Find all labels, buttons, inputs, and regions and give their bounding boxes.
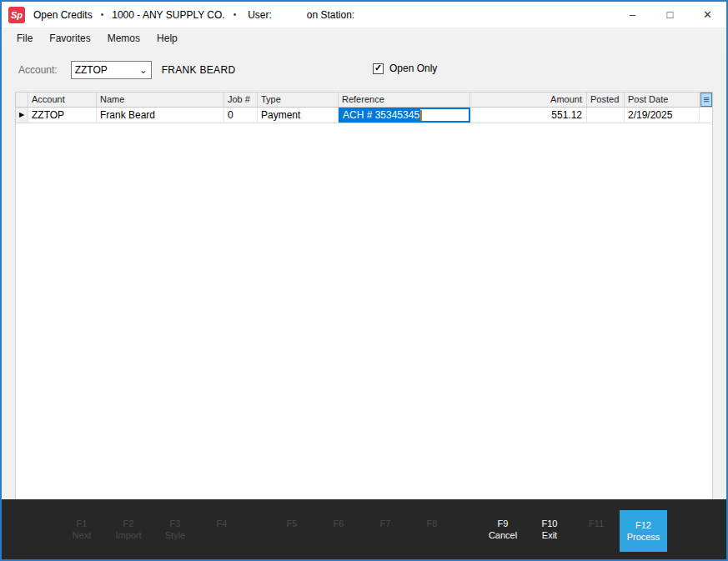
fkey-f12-process-button[interactable]: F12Process xyxy=(620,510,667,552)
cell-account[interactable]: ZZTOP xyxy=(28,108,97,123)
menu-bar: File Favorites Memos Help xyxy=(2,28,726,49)
fkey-f5: F5 xyxy=(269,518,315,529)
menu-file[interactable]: File xyxy=(8,29,41,48)
grid-header-job[interactable]: Job # xyxy=(224,93,258,107)
fkey-f1: F1Next xyxy=(58,518,105,541)
cell-reference-edit-field[interactable]: ACH # 35345345 xyxy=(339,108,470,123)
minimize-button[interactable]: – xyxy=(614,2,651,28)
grid-header-posted[interactable]: Posted xyxy=(587,93,625,107)
title-bar: Sp Open Credits • 1000 - ANY SUPPLY CO. … xyxy=(2,2,726,28)
grid-header-row: Account Name Job # Type Reference Amount… xyxy=(16,93,712,108)
window-title-company: 1000 - ANY SUPPLY CO. xyxy=(112,9,224,21)
fkey-f9-cancel[interactable]: F9Cancel xyxy=(479,518,526,541)
function-key-bar: F1Next F2Import F3Style F4 F5 F6 F7 F8 F… xyxy=(2,499,726,559)
grid-header-reference[interactable]: Reference xyxy=(339,93,470,107)
text-caret xyxy=(420,110,422,121)
menu-favorites[interactable]: Favorites xyxy=(41,29,98,48)
cell-posted[interactable] xyxy=(587,108,625,123)
cell-job[interactable]: 0 xyxy=(224,108,258,123)
open-only-group: ✓ Open Only xyxy=(373,63,437,74)
cell-amount[interactable]: 551.12 xyxy=(470,108,587,123)
grid-header-name[interactable]: Name xyxy=(97,93,224,107)
window-title-user-label: User: xyxy=(248,9,272,21)
fkey-f3: F3Style xyxy=(152,518,198,541)
menu-help[interactable]: Help xyxy=(148,29,186,48)
credits-grid: Account Name Job # Type Reference Amount… xyxy=(15,92,713,499)
cell-name[interactable]: Frank Beard xyxy=(97,108,224,123)
grid-menu-button[interactable]: ≡ xyxy=(700,93,712,107)
title-separator-icon: • xyxy=(101,10,104,19)
cell-postdate[interactable]: 2/19/2025 xyxy=(625,108,700,123)
account-label: Account: xyxy=(18,64,58,76)
open-only-label: Open Only xyxy=(389,63,437,74)
maximize-button[interactable]: □ xyxy=(651,2,689,28)
open-only-checkbox[interactable]: ✓ xyxy=(373,63,384,74)
fkey-f11: F11 xyxy=(573,518,620,529)
table-row[interactable]: ▶ ZZTOP Frank Beard 0 Payment ACH # 3534… xyxy=(16,108,712,123)
fkey-f8: F8 xyxy=(409,518,455,529)
account-display-name: FRANK BEARD xyxy=(162,64,236,76)
app-window: Sp Open Credits • 1000 - ANY SUPPLY CO. … xyxy=(0,0,728,561)
fkey-f10-exit[interactable]: F10Exit xyxy=(526,518,573,541)
chevron-down-icon[interactable]: ⌄ xyxy=(139,66,148,74)
fkey-f2: F2Import xyxy=(105,518,152,541)
app-logo-icon: Sp xyxy=(8,7,25,23)
workspace: Account: ZZTOP ⌄ FRANK BEARD ✓ Open Only… xyxy=(2,49,726,499)
fkey-f7: F7 xyxy=(362,518,409,529)
grid-header-type[interactable]: Type xyxy=(258,93,339,107)
grid-header-marker xyxy=(16,93,28,107)
grid-header-account[interactable]: Account xyxy=(28,93,97,107)
account-combobox-value: ZZTOP xyxy=(75,64,108,76)
fkey-f6: F6 xyxy=(315,518,362,529)
window-title-app: Open Credits xyxy=(33,9,93,21)
checkmark-icon: ✓ xyxy=(374,63,382,73)
close-button[interactable]: ✕ xyxy=(689,2,726,28)
account-row: Account: ZZTOP ⌄ FRANK BEARD xyxy=(18,61,235,79)
row-marker-cell: ▶ xyxy=(16,108,28,123)
menu-memos[interactable]: Memos xyxy=(99,29,148,48)
grid-header-amount[interactable]: Amount xyxy=(470,93,587,107)
reference-selected-text: ACH # 35345345 xyxy=(340,108,420,122)
title-separator-icon: • xyxy=(233,10,237,19)
grid-header-postdate[interactable]: Post Date xyxy=(625,93,700,107)
row-marker-icon: ▶ xyxy=(19,112,24,118)
account-combobox[interactable]: ZZTOP ⌄ xyxy=(71,61,152,79)
cell-type[interactable]: Payment xyxy=(258,108,339,123)
window-title-station-label: on Station: xyxy=(307,9,354,21)
hamburger-icon: ≡ xyxy=(703,94,710,105)
fkey-f4: F4 xyxy=(198,518,245,529)
window-controls: – □ ✕ xyxy=(614,2,726,28)
